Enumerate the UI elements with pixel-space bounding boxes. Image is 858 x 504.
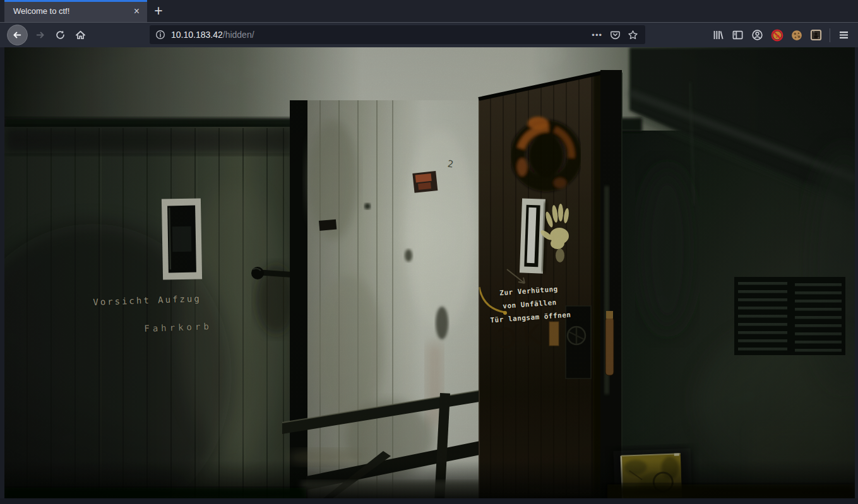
extension-icon — [810, 29, 822, 41]
forward-button[interactable] — [30, 25, 51, 45]
address-bar[interactable]: 10.10.183.42/hidden/ ••• — [150, 25, 645, 44]
star-icon — [628, 30, 638, 40]
tab-close-icon[interactable]: × — [130, 4, 143, 18]
bookmark-star-button[interactable] — [628, 30, 638, 40]
pocket-icon — [610, 30, 621, 40]
home-icon — [75, 30, 86, 40]
url-text: 10.10.183.42/hidden/ — [171, 30, 254, 40]
new-tab-button[interactable]: + — [150, 3, 167, 20]
abandoned-elevator-photo — [4, 47, 855, 498]
sidebar-button[interactable] — [728, 25, 748, 45]
pocket-button[interactable] — [610, 30, 621, 40]
library-button[interactable] — [708, 25, 728, 45]
cookie-icon — [790, 29, 803, 42]
menu-button[interactable] — [834, 25, 854, 45]
door-graffiti: ƆK — [496, 318, 549, 355]
url-path: /hidden/ — [223, 30, 254, 40]
window-bottom-border — [0, 498, 858, 504]
page-actions-button[interactable]: ••• — [592, 30, 602, 40]
account-icon — [751, 29, 763, 41]
sidebar-icon — [732, 29, 744, 41]
page-viewport: Vorsicht Aufzug Fahrkorb Zur Verhütung v… — [4, 47, 855, 498]
home-button[interactable] — [70, 25, 91, 45]
tab-bar: Welcome to ctf! × + — [0, 0, 858, 22]
cookie-blocker-icon — [771, 29, 784, 42]
url-host: 10.10.183.42 — [171, 30, 223, 40]
active-tab-indicator — [4, 0, 147, 2]
info-circle-icon — [155, 30, 165, 40]
navigation-toolbar: 10.10.183.42/hidden/ ••• — [0, 22, 858, 47]
tab-welcome-to-ctf[interactable]: Welcome to ctf! × — [4, 0, 147, 22]
tab-title: Welcome to ctf! — [13, 6, 69, 16]
cookie-extension-button[interactable] — [787, 25, 806, 45]
library-icon — [712, 29, 724, 41]
site-info-icon[interactable] — [155, 30, 165, 40]
reload-icon — [55, 30, 66, 40]
reload-button[interactable] — [50, 25, 71, 45]
toolbar-divider — [830, 28, 830, 42]
cookie-blocker-extension-button[interactable] — [767, 25, 787, 45]
back-arrow-icon — [12, 30, 23, 40]
forward-arrow-icon — [35, 30, 45, 40]
extension-button[interactable] — [806, 25, 826, 45]
back-button[interactable] — [7, 25, 28, 45]
toolbar-right-icons — [708, 25, 854, 45]
hamburger-menu-icon — [838, 29, 850, 41]
account-button[interactable] — [748, 25, 767, 45]
